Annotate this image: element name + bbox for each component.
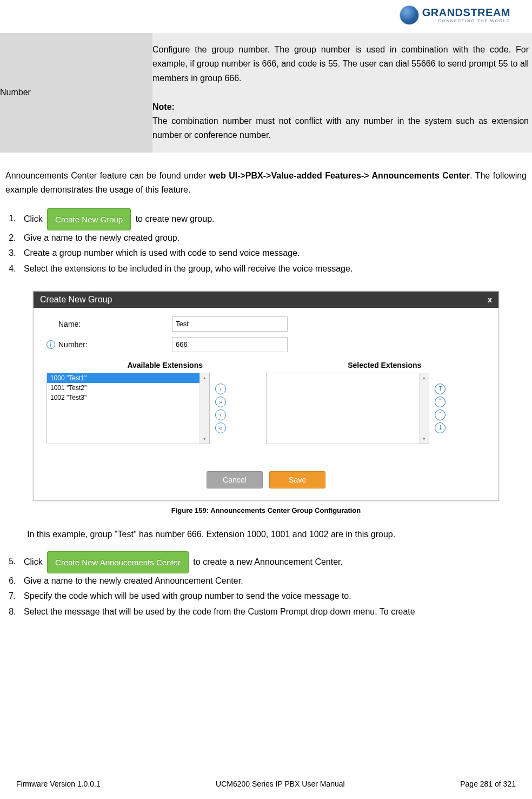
step-5: Click Create New Annoucements Center to … [18,551,527,573]
create-group-dialog: Create New Group x Name: i Number: [33,291,499,501]
brand-logo: GRANDSTREAM CONNECTING THE WORLD [400,5,510,25]
dual-list-header: Available Extensions Selected Extensions [46,361,486,369]
move-all-left-icon[interactable]: « [215,422,226,433]
page-footer: Firmware Version 1.0.0.1 UCM6200 Series … [0,780,532,788]
scrollbar[interactable]: ▴ ▾ [419,373,429,444]
list-item[interactable]: 1001 "Test2" [47,383,209,393]
brand-name: GRANDSTREAM [422,7,510,18]
step-1: Click Create New Group to create new gro… [18,208,527,230]
step-4: Select the extensions to be included in … [18,261,527,277]
move-bottom-icon[interactable]: ⤓ [435,422,445,433]
param-label: Number [0,33,152,153]
move-down-icon[interactable]: ˅ [435,410,445,420]
selected-header: Selected Extensions [283,361,486,369]
intro-prefix: Announcements Center feature can be foun… [5,171,209,180]
note-text: The combination number must not conflict… [152,116,529,140]
parameter-table: Number Configure the group number. The g… [0,33,532,153]
step-7: Specify the code which will be used with… [18,589,527,604]
scroll-down-icon[interactable]: ▾ [200,434,209,444]
footer-left: Firmware Version 1.0.0.1 [16,780,101,788]
steps-list-b: Click Create New Annoucements Center to … [0,551,532,620]
name-row: Name: [46,316,486,332]
save-button[interactable]: Save [269,471,325,488]
globe-icon [400,5,419,25]
step-8: Select the message that will be used by … [18,604,527,620]
available-listbox[interactable]: 1000 "Test1" 1001 "Test2" 1002 "Test3" ▴… [46,373,210,444]
list-item[interactable]: 1002 "Test3" [47,393,209,402]
example-paragraph: In this example, group "Test" has number… [0,527,532,542]
param-description: Configure the group number. The group nu… [152,33,532,153]
name-input[interactable] [172,316,288,332]
number-input[interactable] [172,337,288,352]
list-item[interactable]: 1000 "Test1" [47,373,209,383]
step5-pre: Click [24,557,45,566]
param-desc-text: Configure the group number. The group nu… [152,45,529,83]
move-right-icon[interactable]: › [215,384,226,394]
move-buttons-left: › » ‹ « [212,373,229,444]
scroll-down-icon[interactable]: ▾ [420,434,429,444]
step-6: Give a name to the newly created Announc… [18,573,527,589]
scrollbar[interactable]: ▴ ▾ [200,373,209,444]
close-icon[interactable]: x [488,295,492,304]
move-up-icon[interactable]: ˄ [435,397,445,407]
info-icon[interactable]: i [46,340,55,349]
scroll-up-icon[interactable]: ▴ [200,373,209,382]
move-all-right-icon[interactable]: » [215,397,226,407]
step5-post: to create a new Announcement Center. [193,557,343,566]
figure-container: Create New Group x Name: i Number: [0,291,532,514]
step-2: Give a name to the newly created group. [18,230,527,246]
step1-post: to create new group. [136,214,215,223]
move-top-icon[interactable]: ⤒ [435,384,445,394]
move-left-icon[interactable]: ‹ [215,410,226,420]
step-3: Create a group number which is used with… [18,246,527,261]
footer-center: UCM6200 Series IP PBX User Manual [216,780,345,788]
scroll-up-icon[interactable]: ▴ [420,373,429,382]
figure-caption: Figure 159: Announcements Center Group C… [27,506,505,514]
brand-tagline: CONNECTING THE WORLD [422,19,510,23]
dual-list: 1000 "Test1" 1001 "Test2" 1002 "Test3" ▴… [46,373,486,444]
note-label: Note: [152,102,175,111]
cancel-button[interactable]: Cancel [207,471,263,488]
reorder-buttons: ⤒ ˄ ˅ ⤓ [431,373,449,444]
footer-right: Page 281 of 321 [460,780,516,788]
selected-listbox[interactable]: ▴ ▾ [266,373,429,444]
intro-paragraph: Announcements Center feature can be foun… [0,169,532,197]
dialog-titlebar: Create New Group x [34,292,498,308]
create-new-group-button[interactable]: Create New Group [47,208,131,230]
header-logo-row: GRANDSTREAM CONNECTING THE WORLD [0,5,532,27]
create-new-center-button[interactable]: Create New Annoucements Center [47,551,189,573]
dialog-actions: Cancel Save [46,444,486,496]
dialog-title: Create New Group [40,295,112,305]
name-label: Name: [58,320,81,328]
steps-list-a: Click Create New Group to create new gro… [0,208,532,277]
step1-pre: Click [24,214,45,223]
intro-path: web UI->PBX->Value-added Features-> Anno… [209,171,470,180]
available-header: Available Extensions [46,361,283,369]
number-row: i Number: [46,337,486,352]
number-label: Number: [58,340,88,349]
